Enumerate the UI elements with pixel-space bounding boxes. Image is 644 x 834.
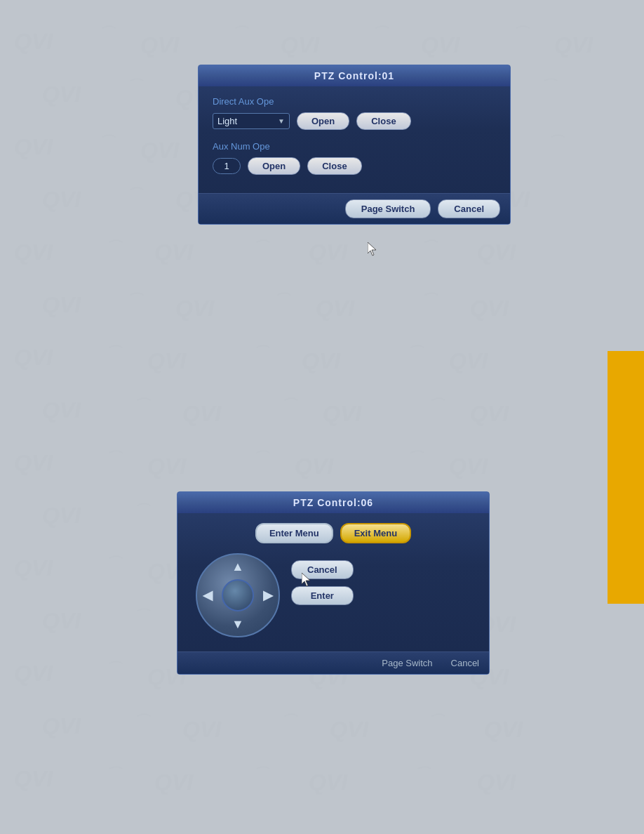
dpad-up-arrow-icon: ▲: [232, 560, 244, 573]
svg-text:QVI: QVI: [140, 138, 180, 163]
svg-text:⌒: ⌒: [253, 239, 270, 256]
cancel-button-2[interactable]: Cancel: [291, 560, 354, 579]
svg-text:⌒: ⌒: [133, 502, 151, 519]
svg-text:⌒: ⌒: [126, 77, 144, 95]
svg-text:QVI: QVI: [449, 348, 488, 373]
dialog2-footer-cancel[interactable]: Cancel: [451, 658, 479, 668]
svg-text:QVI: QVI: [470, 296, 509, 321]
svg-text:QVI: QVI: [477, 769, 516, 795]
svg-text:⌒: ⌒: [133, 397, 151, 414]
svg-text:⌒: ⌒: [105, 555, 123, 572]
num-close-button[interactable]: Close: [307, 157, 361, 175]
svg-text:QVI: QVI: [470, 401, 509, 426]
dpad-down-arrow-icon: ▼: [232, 618, 244, 630]
aux-num-input[interactable]: 1: [213, 158, 241, 174]
svg-text:⌒: ⌒: [281, 713, 298, 730]
direct-aux-ope-row: Light ▼ Open Close: [213, 112, 496, 130]
svg-text:⌒: ⌒: [98, 25, 116, 42]
svg-text:QVI: QVI: [42, 81, 81, 107]
svg-text:⌒: ⌒: [274, 291, 291, 309]
svg-text:⌒: ⌒: [253, 449, 270, 467]
svg-text:QVI: QVI: [295, 454, 334, 479]
page-switch-button[interactable]: Page Switch: [345, 199, 431, 218]
orange-sidebar-bar: [608, 351, 644, 604]
svg-text:QVI: QVI: [477, 239, 516, 265]
dialog2-titlebar: PTZ Control:06: [177, 492, 489, 513]
dialog2-body: Enter Menu Exit Menu ▲ ▼ ◀ ▶ Cancel Ente…: [177, 513, 489, 651]
svg-text:⌒: ⌒: [540, 77, 558, 95]
svg-text:QVI: QVI: [14, 661, 53, 686]
svg-text:QVI: QVI: [42, 608, 81, 633]
cancel-button-1[interactable]: Cancel: [438, 199, 500, 218]
svg-text:⌒: ⌒: [105, 239, 123, 256]
svg-text:⌒: ⌒: [407, 344, 424, 362]
svg-text:QVI: QVI: [175, 296, 215, 321]
exit-menu-button[interactable]: Exit Menu: [340, 523, 411, 543]
svg-text:QVI: QVI: [14, 345, 53, 370]
svg-text:⌒: ⌒: [428, 397, 445, 414]
aux-num-ope-row: 1 Open Close: [213, 157, 496, 175]
enter-menu-button[interactable]: Enter Menu: [255, 523, 333, 543]
dpad-left-arrow-icon: ◀: [203, 589, 213, 602]
svg-text:⌒: ⌒: [253, 765, 270, 783]
svg-text:⌒: ⌒: [126, 186, 144, 204]
svg-text:⌒: ⌒: [105, 765, 123, 783]
svg-text:QVI: QVI: [42, 503, 81, 528]
ptz-control-dialog-1: PTZ Control:01 Direct Aux Ope Light ▼ Op…: [198, 65, 511, 225]
dialog2-main-content: ▲ ▼ ◀ ▶ Cancel Enter: [189, 553, 478, 644]
svg-text:⌒: ⌒: [372, 25, 389, 42]
svg-text:⌒: ⌒: [407, 449, 424, 467]
svg-text:⌒: ⌒: [253, 344, 270, 362]
dialog1-titlebar: PTZ Control:01: [199, 65, 510, 86]
svg-text:QVI: QVI: [14, 766, 53, 791]
svg-text:QVI: QVI: [309, 239, 348, 265]
svg-text:QVI: QVI: [154, 769, 194, 795]
svg-text:QVI: QVI: [323, 401, 362, 426]
svg-text:QVI: QVI: [182, 401, 222, 426]
svg-text:QVI: QVI: [302, 348, 341, 373]
svg-text:⌒: ⌒: [414, 765, 431, 783]
dialog1-body: Direct Aux Ope Light ▼ Open Close Aux Nu…: [199, 86, 510, 193]
svg-text:QVI: QVI: [554, 32, 593, 58]
svg-text:QVI: QVI: [421, 32, 460, 58]
aux-num-ope-label: Aux Num Ope: [213, 141, 496, 152]
direct-open-button[interactable]: Open: [297, 112, 349, 130]
direct-close-button[interactable]: Close: [356, 112, 410, 130]
dropdown-arrow-icon: ▼: [278, 117, 285, 125]
svg-text:⌒: ⌒: [421, 291, 438, 309]
svg-text:⌒: ⌒: [105, 344, 123, 362]
dropdown-value: Light: [217, 116, 237, 126]
num-open-button[interactable]: Open: [248, 157, 300, 175]
svg-text:QVI: QVI: [330, 717, 369, 742]
menu-button-row: Enter Menu Exit Menu: [189, 523, 478, 543]
svg-text:⌒: ⌒: [547, 133, 565, 151]
dpad-control[interactable]: ▲ ▼ ◀ ▶: [196, 553, 280, 637]
svg-text:⌒: ⌒: [133, 607, 151, 625]
svg-text:QVI: QVI: [14, 29, 53, 54]
dialog1-footer: Page Switch Cancel: [199, 193, 510, 224]
svg-text:⌒: ⌒: [105, 449, 123, 467]
ptz-control-dialog-2: PTZ Control:06 Enter Menu Exit Menu ▲ ▼ …: [177, 491, 490, 675]
svg-text:⌒: ⌒: [98, 133, 116, 151]
svg-text:QVI: QVI: [316, 296, 355, 321]
svg-text:QVI: QVI: [309, 769, 348, 795]
svg-text:⌒: ⌒: [105, 660, 123, 677]
svg-text:QVI: QVI: [14, 450, 53, 475]
svg-text:QVI: QVI: [42, 292, 81, 317]
dpad-outer-ring: ▲ ▼ ◀ ▶: [196, 553, 280, 637]
svg-text:⌒: ⌒: [126, 291, 144, 309]
svg-text:QVI: QVI: [140, 32, 180, 58]
svg-text:QVI: QVI: [14, 555, 53, 581]
enter-button[interactable]: Enter: [291, 586, 354, 605]
svg-text:QVI: QVI: [14, 239, 53, 265]
svg-text:QVI: QVI: [14, 134, 53, 159]
svg-text:⌒: ⌒: [232, 25, 249, 42]
dialog2-title: PTZ Control:06: [293, 497, 373, 508]
svg-text:⌒: ⌒: [133, 713, 151, 730]
dialog2-footer-page-switch[interactable]: Page Switch: [382, 658, 432, 668]
svg-text:⌒: ⌒: [428, 713, 445, 730]
light-dropdown[interactable]: Light ▼: [213, 113, 290, 129]
dpad-center-circle: [222, 579, 254, 611]
svg-text:QVI: QVI: [147, 348, 187, 373]
right-buttons-panel: Cancel Enter: [291, 560, 354, 605]
